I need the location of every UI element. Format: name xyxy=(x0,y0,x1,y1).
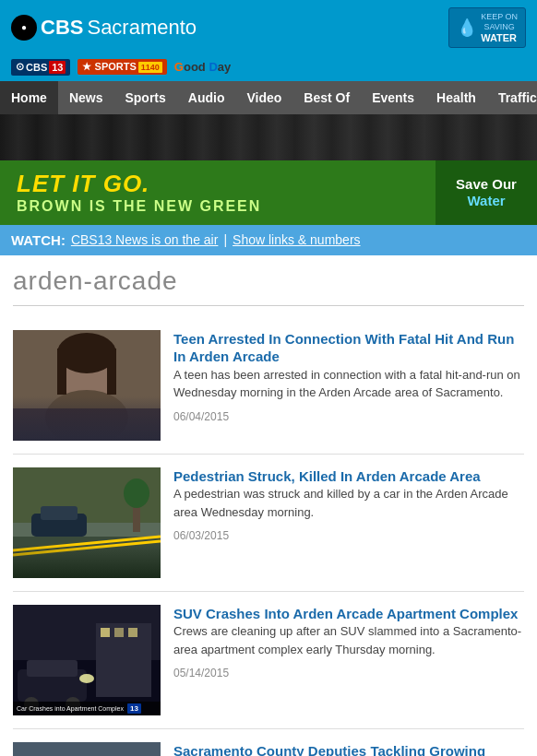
article-thumb-1[interactable] xyxy=(13,330,161,441)
nav-item-health[interactable]: Health xyxy=(425,81,487,114)
nav-bar: Home News Sports Audio Video Best Of Eve… xyxy=(0,81,537,114)
save-water-badge: 💧 KEEP ON SAVING WATER xyxy=(448,7,526,48)
cbs-eye-icon: ● xyxy=(11,15,37,41)
svg-rect-21 xyxy=(128,628,137,637)
article-thumb-4[interactable] xyxy=(13,742,161,756)
nav-item-bestof[interactable]: Best Of xyxy=(292,81,361,114)
svg-point-26 xyxy=(79,674,94,683)
ad-banner-right: Save Our Water xyxy=(436,160,537,225)
article-item: Sacramento County Deputies Tackling Grow… xyxy=(13,729,524,756)
article-list: Teen Arrested In Connection With Fatal H… xyxy=(13,317,524,756)
article-thumb-2[interactable] xyxy=(13,467,161,578)
article-title-3[interactable]: SUV Crashes Into Arden Arcade Apartment … xyxy=(173,606,518,621)
cbs-logo[interactable]: ● CBS Sacramento xyxy=(11,15,197,41)
article-body-2: Pedestrian Struck, Killed In Arden Arcad… xyxy=(173,467,524,578)
ad-banner[interactable]: LET IT GO. BROWN IS THE NEW GREEN Save O… xyxy=(0,160,537,225)
watch-link-show-links[interactable]: Show links & numbers xyxy=(233,232,361,247)
article-title-1[interactable]: Teen Arrested In Connection With Fatal H… xyxy=(173,331,514,365)
article-desc-1: A teen has been arrested in connection w… xyxy=(173,366,524,402)
page-title: arden-arcade xyxy=(13,266,524,306)
watch-bar: WATCH: CBS13 News is on the air | Show l… xyxy=(0,225,537,255)
article-item: Pedestrian Struck, Killed In Arden Arcad… xyxy=(13,455,524,592)
article-title-2[interactable]: Pedestrian Struck, Killed In Arden Arcad… xyxy=(173,468,481,484)
nav-item-audio[interactable]: Audio xyxy=(177,81,236,114)
hero-banner xyxy=(0,114,537,160)
article-title-4[interactable]: Sacramento County Deputies Tackling Grow… xyxy=(173,743,485,756)
article-desc-3: Crews are cleaning up after an SUV slamm… xyxy=(173,622,524,658)
article-date-1: 06/04/2015 xyxy=(173,410,229,423)
article-body-4: Sacramento County Deputies Tackling Grow… xyxy=(173,742,524,756)
cbs13-logo[interactable]: ⊙ CBS 13 xyxy=(11,59,70,76)
svg-rect-5 xyxy=(57,348,66,395)
ad-save-our: Save Our xyxy=(456,176,517,193)
svg-rect-6 xyxy=(107,348,116,395)
nav-item-traffic[interactable]: Traffic xyxy=(487,81,537,114)
ad-banner-left: LET IT GO. BROWN IS THE NEW GREEN xyxy=(0,160,278,224)
article-item: Teen Arrested In Connection With Fatal H… xyxy=(13,317,524,455)
thumb-overlay: Car Crashes into Apartment Complex 13 xyxy=(13,702,161,715)
article-date-2: 06/03/2015 xyxy=(173,529,229,542)
page-content: arden-arcade Teen Arrested In Connection xyxy=(0,255,537,756)
svg-rect-23 xyxy=(27,660,78,677)
water-drop-icon: 💧 xyxy=(457,18,477,38)
save-water-line3: WATER xyxy=(481,32,518,43)
svg-rect-11 xyxy=(41,506,78,520)
article-item: Car Crashes into Apartment Complex 13 SU… xyxy=(13,592,524,729)
svg-point-15 xyxy=(124,478,149,508)
article-thumb-3[interactable]: Car Crashes into Apartment Complex 13 xyxy=(13,605,161,715)
header-top: ● CBS Sacramento 💧 KEEP ON SAVING WATER xyxy=(0,0,537,55)
nav-item-news[interactable]: News xyxy=(58,81,114,114)
ad-tagline: BROWN IS THE NEW GREEN xyxy=(17,198,261,215)
watch-link-cbs13[interactable]: CBS13 News is on the air xyxy=(71,232,219,247)
sub-logos-bar: ⊙ CBS 13 ★ SPORTS 1140 Good Day xyxy=(0,55,537,81)
svg-rect-3 xyxy=(13,408,161,441)
save-water-line1: KEEP ON SAVING xyxy=(481,12,518,32)
svg-rect-20 xyxy=(114,628,124,637)
article-desc-2: A pedestrian was struck and killed by a … xyxy=(173,485,524,521)
article-date-3: 05/14/2015 xyxy=(173,667,229,679)
svg-rect-27 xyxy=(13,742,161,756)
ad-water: Water xyxy=(467,193,505,208)
goodday-logo[interactable]: Good Day xyxy=(174,60,231,74)
article-body-1: Teen Arrested In Connection With Fatal H… xyxy=(173,330,524,441)
watch-separator: | xyxy=(223,232,227,247)
nav-item-events[interactable]: Events xyxy=(361,81,425,114)
nav-item-home[interactable]: Home xyxy=(0,81,58,114)
ad-let-it-go: LET IT GO. xyxy=(17,170,261,198)
city-label: Sacramento xyxy=(87,16,197,40)
cbs-label: CBS xyxy=(41,16,83,40)
nav-item-video[interactable]: Video xyxy=(235,81,292,114)
article-body-3: SUV Crashes Into Arden Arcade Apartment … xyxy=(173,605,524,715)
svg-rect-19 xyxy=(101,628,110,637)
nav-item-sports[interactable]: Sports xyxy=(113,81,176,114)
svg-point-2 xyxy=(45,390,128,441)
sports-logo[interactable]: ★ SPORTS 1140 xyxy=(78,59,166,75)
watch-label: WATCH: xyxy=(11,232,66,248)
